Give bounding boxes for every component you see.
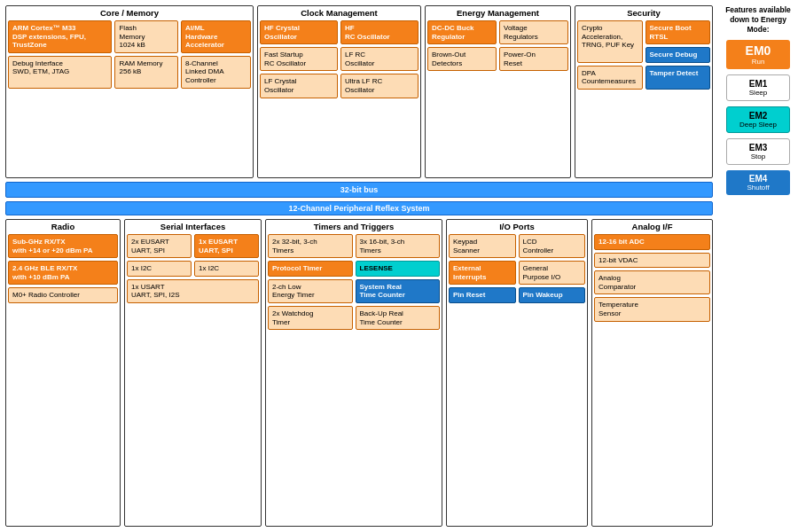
security-section: Security Crypto Acceleration, TRNG, PUF … (575, 5, 713, 178)
serial-section: Serial Interfaces 2x EUSART UART, SPI 1x… (124, 219, 262, 527)
backup-rtc-block: Back-Up Real Time Counter (356, 306, 441, 330)
adc-block: 12-16 bit ADC (594, 234, 710, 250)
voltage-reg-block: Voltage Regulators (499, 20, 568, 44)
top-row: Core / Memory ARM Cortex™ M33 DSP extens… (5, 5, 713, 178)
clock-inner: HF Crystal Oscillator HF RC Oscillator F… (260, 20, 419, 98)
io-inner: Keypad Scanner LCD Controller External I… (449, 234, 585, 303)
radio-title: Radio (8, 222, 118, 231)
analog-section: Analog I/F 12-16 bit ADC 12-bit VDAC Ana… (591, 219, 713, 527)
lf-rc-block: LF RC Oscillator (340, 47, 419, 71)
lcd-block: LCD Controller (519, 234, 586, 258)
crypto-block: Crypto Acceleration, TRNG, PUF Key (577, 20, 643, 63)
eusart1-block: 1x EUSART UART, SPI (194, 234, 259, 258)
hf-crystal-block: HF Crystal Oscillator (260, 20, 338, 44)
core-bottom-row: Debug Interface SWD, ETM, JTAG RAM Memor… (8, 56, 251, 89)
ext-int-block: External Interrupts (449, 261, 516, 285)
io-section: I/O Ports Keypad Scanner LCD Controller … (446, 219, 588, 527)
core-memory-section: Core / Memory ARM Cortex™ M33 DSP extens… (5, 5, 254, 178)
i2c-left-block: 1x I2C (127, 261, 192, 277)
em4-sub: Shutoff (728, 184, 788, 192)
timers-title: Timers and Triggers (268, 222, 440, 231)
temp-block: Temperature Sensor (594, 297, 710, 321)
em3-sub: Stop (729, 153, 787, 160)
m0plus-block: M0+ Radio Controller (8, 287, 118, 303)
bus-32bit: 32-bit bus (5, 182, 713, 198)
serial-inner: 2x EUSART UART, SPI 1x EUSART UART, SPI … (127, 234, 259, 303)
bus-12channel: 12-Channel Peripheral Reflex System (5, 201, 713, 215)
i2c-right-block: 1x I2C (194, 261, 259, 277)
fast-startup-block: Fast Startup RC Oscillator (260, 47, 338, 71)
right-panel: Features available down to Energy Mode: … (718, 0, 798, 532)
vdac-block: 12-bit VDAC (594, 253, 710, 269)
features-label: Features available down to Energy Mode: (722, 5, 794, 35)
main-container: Core / Memory ARM Cortex™ M33 DSP extens… (0, 0, 798, 532)
dcdc-block: DC-DC Buck Regulator (427, 20, 497, 44)
em1-badge: EM1 Sleep (726, 74, 790, 101)
em1-label: EM1 (729, 79, 787, 89)
radio-inner: Sub-GHz RX/TX with +14 or +20 dBm PA 2.4… (8, 234, 118, 303)
flash-block: Flash Memory 1024 kB (114, 20, 177, 53)
system-rtc-block: System Real Time Counter (356, 279, 441, 303)
brownout-block: Brown-Out Detectors (427, 47, 497, 71)
em0-label: EM0 (728, 43, 788, 58)
energy-top-row: DC-DC Buck Regulator Voltage Regulators (427, 20, 568, 44)
lf-crystal-block: LF Crystal Oscillator (260, 74, 338, 98)
em2-label: EM2 (729, 111, 787, 121)
energy-inner: DC-DC Buck Regulator Voltage Regulators … (427, 20, 568, 71)
serial-title: Serial Interfaces (127, 222, 259, 231)
low-energy-block: 2-ch Low Energy Timer (268, 279, 353, 303)
diagram-area: Core / Memory ARM Cortex™ M33 DSP extens… (0, 0, 718, 532)
aiml-block: AI/ML Hardware Accelerator (181, 20, 251, 53)
eusart2-block: 2x EUSART UART, SPI (127, 234, 192, 258)
core-memory-title: Core / Memory (8, 8, 251, 18)
watchdog-block: 2x Watchdog Timer (268, 306, 353, 330)
ble-block: 2.4 GHz BLE RX/TX with +10 dBm PA (8, 261, 118, 285)
debug-block: Debug Interface SWD, ETM, JTAG (8, 56, 112, 89)
ultra-lf-rc-block: Ultra LF RC Oscillator (340, 74, 419, 98)
pin-wakeup-block: Pin Wakeup (519, 287, 586, 303)
security-title: Security (577, 8, 710, 18)
em2-sub: Deep Sleep (729, 121, 787, 129)
core-inner: ARM Cortex™ M33 DSP extensions, FPU, Tru… (8, 20, 251, 89)
timers-inner: 2x 32-bit, 3-ch Timers 3x 16-bit, 3-ch T… (268, 234, 440, 330)
power-on-block: Power-On Reset (499, 47, 568, 71)
subghz-block: Sub-GHz RX/TX with +14 or +20 dBm PA (8, 234, 118, 258)
dpa-block: DPA Countemeasures (577, 66, 643, 90)
energy-title: Energy Management (427, 8, 568, 18)
em3-badge: EM3 Stop (726, 138, 790, 165)
secure-boot-block: Secure Boot RTSL (645, 20, 711, 44)
clock-title: Clock Management (260, 8, 419, 18)
timers16-block: 3x 16-bit, 3-ch Timers (356, 234, 441, 258)
analog-title: Analog I/F (594, 222, 710, 231)
comparator-block: Analog Comparator (594, 270, 710, 294)
em2-badge: EM2 Deep Sleep (726, 106, 790, 133)
secure-debug-block: Secure Debug (645, 47, 711, 63)
energy-section: Energy Management DC-DC Buck Regulator V… (425, 5, 571, 178)
usart-block: 1x USART UART, SPI, I2S (127, 279, 259, 303)
security-inner: Crypto Acceleration, TRNG, PUF Key Secur… (577, 20, 710, 90)
em0-sub: Run (728, 58, 788, 66)
energy-bottom-row: Brown-Out Detectors Power-On Reset (427, 47, 568, 71)
em1-sub: Sleep (729, 89, 787, 97)
em3-label: EM3 (729, 143, 787, 153)
lesense-block: LESENSE (356, 261, 441, 277)
core-top-row: ARM Cortex™ M33 DSP extensions, FPU, Tru… (8, 20, 251, 53)
ram-block: RAM Memory 256 kB (114, 56, 177, 89)
gpio-block: General Purpose I/O (519, 261, 586, 285)
arm-block: ARM Cortex™ M33 DSP extensions, FPU, Tru… (8, 20, 112, 53)
em0-badge: EM0 Run (726, 40, 790, 69)
tamper-block: Tamper Detect (645, 66, 711, 90)
bottom-row: Radio Sub-GHz RX/TX with +14 or +20 dBm … (5, 219, 713, 527)
radio-section: Radio Sub-GHz RX/TX with +14 or +20 dBm … (5, 219, 121, 527)
timers-section: Timers and Triggers 2x 32-bit, 3-ch Time… (265, 219, 442, 527)
protocol-block: Protocol Timer (268, 261, 353, 277)
io-title: I/O Ports (449, 222, 585, 231)
dma-block: 8-Channel Linked DMA Controller (181, 56, 251, 89)
em4-badge: EM4 Shutoff (726, 170, 790, 195)
clock-section: Clock Management HF Crystal Oscillator H… (257, 5, 421, 178)
pin-reset-block: Pin Reset (449, 287, 516, 303)
analog-inner: 12-16 bit ADC 12-bit VDAC Analog Compara… (594, 234, 710, 322)
timers32-block: 2x 32-bit, 3-ch Timers (268, 234, 353, 258)
em4-label: EM4 (728, 174, 788, 184)
keypad-block: Keypad Scanner (449, 234, 516, 258)
